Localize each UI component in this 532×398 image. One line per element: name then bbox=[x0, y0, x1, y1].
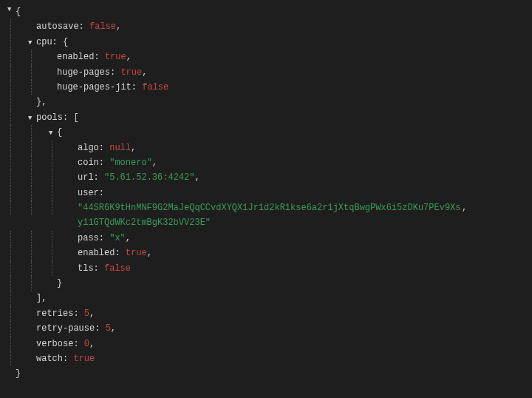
prop-cpu-enabled: enabled: true, bbox=[7, 50, 526, 64]
prop-url: url: "5.61.52.36:4242", bbox=[7, 170, 526, 185]
key-tls: tls bbox=[78, 263, 94, 274]
prop-tls: tls: false bbox=[7, 261, 526, 276]
json-tree-viewer: ▼{ autosave: false, ▼cpu: { enabled: tru… bbox=[0, 0, 532, 386]
key-cpu-huge-pages-jit: huge-pages-jit bbox=[57, 82, 132, 92]
key-autosave: autosave bbox=[36, 21, 79, 32]
root-close: } bbox=[7, 366, 526, 381]
value-cpu-enabled: true bbox=[105, 52, 126, 62]
prop-user: user: bbox=[7, 186, 526, 200]
prop-cpu-open: ▼cpu: { bbox=[7, 35, 526, 50]
prop-user-value: "44SR6K9tHnMNF9G2MaJeQqCCvdXYQX1Jr1d2kR1… bbox=[7, 200, 526, 231]
value-verbose: 0 bbox=[84, 339, 89, 349]
key-pass: pass bbox=[78, 233, 99, 243]
prop-retries: retries: 5, bbox=[7, 306, 526, 321]
prop-coin: coin: "monero", bbox=[7, 155, 526, 170]
chevron-down-icon[interactable]: ▼ bbox=[7, 4, 15, 16]
chevron-down-icon[interactable]: ▼ bbox=[49, 128, 56, 139]
value-pass: "x" bbox=[109, 233, 126, 243]
prop-retry-pause: retry-pause: 5, bbox=[7, 321, 526, 336]
prop-pools-open: ▼pools: [ bbox=[7, 110, 526, 125]
key-retry-pause: retry-pause bbox=[36, 323, 95, 334]
brace-close: } bbox=[16, 366, 21, 381]
key-watch: watch bbox=[36, 354, 63, 364]
prop-pass: pass: "x", bbox=[7, 231, 526, 246]
brace-open: { bbox=[16, 4, 21, 19]
value-coin: "monero" bbox=[109, 158, 152, 168]
value-pool-enabled: true bbox=[126, 248, 147, 258]
key-pool-enabled: enabled bbox=[78, 248, 115, 258]
value-user: "44SR6K9tHnMNF9G2MaJeQqCCvdXYQX1Jr1d2kR1… bbox=[78, 200, 462, 231]
prop-pool-enabled: enabled: true, bbox=[7, 246, 526, 260]
key-cpu-huge-pages: huge-pages bbox=[57, 67, 110, 78]
pools-item-close: } bbox=[7, 276, 526, 291]
prop-pools-close: ], bbox=[7, 291, 526, 306]
value-cpu-huge-pages: true bbox=[120, 67, 142, 78]
prop-watch: watch: true bbox=[7, 351, 526, 366]
value-watch: true bbox=[73, 354, 95, 364]
prop-algo: algo: null, bbox=[7, 141, 526, 155]
key-cpu-enabled: enabled bbox=[57, 52, 94, 62]
chevron-down-icon[interactable]: ▼ bbox=[28, 113, 35, 124]
value-autosave: false bbox=[89, 21, 116, 32]
prop-cpu-huge-pages: huge-pages: true, bbox=[7, 65, 526, 80]
key-coin: coin bbox=[78, 158, 99, 168]
key-algo: algo bbox=[78, 143, 99, 153]
key-retries: retries bbox=[36, 308, 73, 319]
key-user: user bbox=[78, 188, 99, 198]
prop-cpu-huge-pages-jit: huge-pages-jit: false bbox=[7, 80, 526, 95]
value-url: "5.61.52.36:4242" bbox=[104, 172, 194, 183]
key-cpu: cpu bbox=[36, 37, 52, 47]
root-open: ▼{ bbox=[7, 4, 526, 19]
prop-cpu-close: }, bbox=[7, 95, 526, 109]
key-url: url bbox=[78, 172, 94, 183]
value-algo: null bbox=[109, 143, 131, 153]
key-verbose: verbose bbox=[36, 339, 73, 349]
value-retry-pause: 5 bbox=[106, 323, 111, 334]
value-retries: 5 bbox=[84, 308, 89, 319]
value-tls: false bbox=[104, 263, 131, 274]
key-pools: pools bbox=[36, 112, 63, 123]
prop-autosave: autosave: false, bbox=[7, 19, 526, 34]
chevron-down-icon[interactable]: ▼ bbox=[28, 38, 35, 49]
value-cpu-huge-pages-jit: false bbox=[142, 82, 168, 92]
prop-verbose: verbose: 0, bbox=[7, 337, 526, 351]
pools-item-open: ▼{ bbox=[7, 125, 526, 140]
